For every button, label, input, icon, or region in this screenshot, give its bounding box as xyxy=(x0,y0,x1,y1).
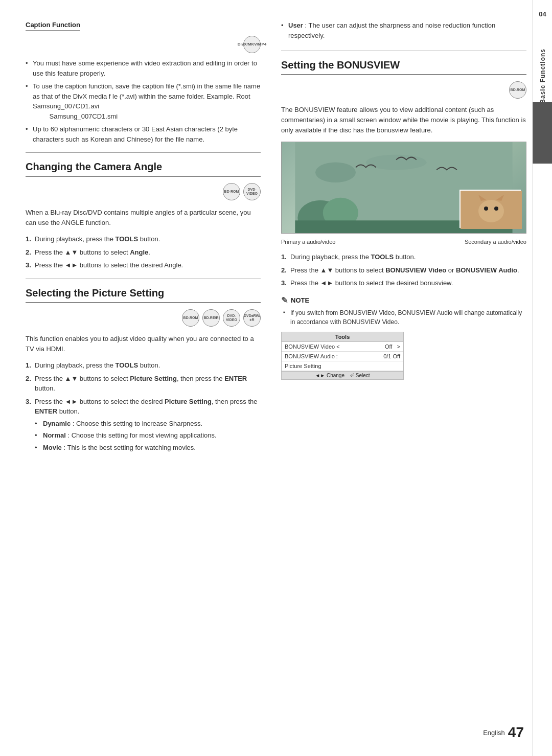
page-number: 47 xyxy=(508,724,524,741)
picture-setting-title: Selecting the Picture Setting xyxy=(26,287,261,303)
tools-table-row-2: BONUSVIEW Audio : 0/1 Off xyxy=(282,352,403,361)
svg-point-8 xyxy=(484,207,488,211)
language-label: English xyxy=(483,729,505,737)
chapter-title: Basic Functions xyxy=(539,49,546,104)
user-bold: User xyxy=(288,21,303,29)
camera-angle-steps: 1. During playback, press the TOOLS butt… xyxy=(26,234,261,270)
sub-bullet-normal: Normal : Choose this setting for most vi… xyxy=(35,430,261,441)
bonusview-step-3: 3. Press the ◄► buttons to select the de… xyxy=(281,278,526,288)
bonusview-secondary xyxy=(459,190,521,228)
picture-setting-step-2: 2. Press the ▲▼ buttons to select Pictur… xyxy=(26,374,261,394)
side-tab: 04 Basic Functions xyxy=(533,0,552,756)
svg-point-1 xyxy=(315,163,356,183)
tools-row1-label: BONUSVIEW Video < xyxy=(285,343,385,350)
bonusview-step-1: 1. During playback, press the TOOLS butt… xyxy=(281,252,526,262)
caption-bullet-2: To use the caption function, save the ca… xyxy=(26,81,261,121)
divider-1 xyxy=(26,152,261,153)
bdrom-icon-bonusview: BD-ROM xyxy=(509,81,526,99)
picture-setting-step-1: 1. During playback, press the TOOLS butt… xyxy=(26,360,261,371)
tools-row1-value: Off > xyxy=(385,343,400,350)
bonusview-step-2: 2. Press the ▲▼ buttons to select BONUSV… xyxy=(281,265,526,276)
tools-table: Tools BONUSVIEW Video < Off > BONUSVIEW … xyxy=(281,332,404,380)
camera-angle-step-1: 1. During playback, press the TOOLS butt… xyxy=(26,234,261,244)
bdrom-label-2: BD-ROM xyxy=(183,316,198,320)
bonusview-title: Setting the BONUSVIEW xyxy=(281,59,526,75)
bonusview-labels: Primary a audio/video Secondary a audio/… xyxy=(281,239,526,245)
divx-mkv-label: DivX/MKV/MP4 xyxy=(238,42,266,47)
caption-bullets: You must have some experience with video… xyxy=(26,58,261,144)
caption-function-section: Caption Function DivX/MKV/MP4 You must h… xyxy=(26,20,261,144)
picture-setting-subbullets: Dynamic : Choose this setting to increas… xyxy=(35,419,261,453)
bonusview-secondary-label: Secondary a audio/video xyxy=(465,239,526,245)
dvd-video-label-2: DVD-VIDEO xyxy=(223,314,240,322)
dvdrw-icon: DVD±RW/±R xyxy=(243,309,261,327)
caption-icon-row: DivX/MKV/MP4 xyxy=(26,36,261,53)
divider-3 xyxy=(281,51,526,51)
picture-setting-steps: 1. During playback, press the TOOLS butt… xyxy=(26,360,261,452)
picture-setting-section: Selecting the Picture Setting BD-ROM BD-… xyxy=(26,287,261,452)
bdrom-icon-2: BD-ROM xyxy=(182,309,199,327)
right-column: User : The user can adjust the sharpness… xyxy=(276,20,526,736)
note-text: If you switch from BONUSVIEW Video, BONU… xyxy=(281,308,526,327)
tools-row3-label: Picture Setting xyxy=(285,363,400,369)
main-content: Caption Function DivX/MKV/MP4 You must h… xyxy=(0,0,533,756)
divx-mkv-icon: DivX/MKV/MP4 xyxy=(243,36,261,53)
camera-angle-step-2: 2. Press the ▲▼ buttons to select Angle. xyxy=(26,247,261,258)
bdrom-label-1: BD-ROM xyxy=(224,190,239,194)
bonusview-intro: The BONUSVIEW feature allows you to view… xyxy=(281,105,526,135)
note-icon: ✎ xyxy=(281,295,288,305)
svg-point-2 xyxy=(366,155,427,170)
camera-angle-step-3: 3. Press the ◄► buttons to select the de… xyxy=(26,260,261,270)
divider-2 xyxy=(26,279,261,279)
bonusview-secondary-svg xyxy=(461,191,522,229)
picture-setting-intro: This function enables you to adjust vide… xyxy=(26,334,261,354)
dvd-video-label-1: DVD-VIDEO xyxy=(244,188,260,195)
picture-setting-step-3: 3. Press the ◄► buttons to select the de… xyxy=(26,397,261,453)
bonusview-steps: 1. During playback, press the TOOLS butt… xyxy=(281,252,526,288)
tools-row2-label: BONUSVIEW Audio : xyxy=(285,353,383,359)
camera-angle-intro: When a Blu-ray Disc/DVD contains multipl… xyxy=(26,208,261,228)
bonusview-section: Setting the BONUSVIEW BD-ROM The BONUSVI… xyxy=(281,59,526,380)
page-container: 04 Basic Functions Caption Function DivX… xyxy=(0,0,552,756)
user-desc: : The user can adjust the sharpness and … xyxy=(288,21,495,39)
user-note-list: User : The user can adjust the sharpness… xyxy=(281,20,526,40)
note-section: ✎ NOTE If you switch from BONUSVIEW Vide… xyxy=(281,295,526,327)
page-number-area: English 47 xyxy=(483,724,524,741)
camera-angle-icons: BD-ROM DVD-VIDEO xyxy=(26,183,261,200)
bdre-label: BD-RE/R xyxy=(203,316,218,320)
sub-bullet-movie: Movie : This is the best setting for wat… xyxy=(35,443,261,453)
dvd-video-icon-1: DVD-VIDEO xyxy=(243,183,261,200)
bonusview-image xyxy=(281,142,526,234)
note-header: ✎ NOTE xyxy=(281,295,526,305)
svg-point-7 xyxy=(478,200,504,222)
bdrom-icon-1: BD-ROM xyxy=(223,183,240,200)
chapter-number: 04 xyxy=(539,10,546,18)
tools-table-row-3: Picture Setting xyxy=(282,361,403,371)
side-tab-bar xyxy=(533,102,552,164)
tools-row2-value: 0/1 Off xyxy=(383,353,400,359)
tools-table-row-1: BONUSVIEW Video < Off > xyxy=(282,342,403,352)
bonusview-icon-row: BD-ROM xyxy=(281,81,526,99)
dvdrw-label: DVD±RW/±R xyxy=(244,314,260,322)
camera-angle-title: Changing the Camera Angle xyxy=(26,161,261,177)
caption-bullet-3: Up to 60 alphanumeric characters or 30 E… xyxy=(26,124,261,144)
tools-table-header: Tools xyxy=(282,332,403,342)
sub-bullet-dynamic: Dynamic : Choose this setting to increas… xyxy=(35,419,261,429)
caption-bullet-1: You must have some experience with video… xyxy=(26,58,261,78)
bonusview-primary-label: Primary a audio/video xyxy=(281,239,335,245)
svg-point-9 xyxy=(494,207,498,211)
left-column: Caption Function DivX/MKV/MP4 You must h… xyxy=(26,20,276,736)
note-label: NOTE xyxy=(291,296,309,304)
note-bullet-1: If you switch from BONUSVIEW Video, BONU… xyxy=(283,308,526,327)
bdrom-label-bonusview: BD-ROM xyxy=(511,88,525,92)
bdre-icon: BD-RE/R xyxy=(202,309,220,327)
picture-setting-icons: BD-ROM BD-RE/R DVD-VIDEO DVD±RW/±R xyxy=(26,309,261,327)
camera-angle-icon-row: BD-ROM DVD-VIDEO xyxy=(26,183,261,200)
camera-angle-section: Changing the Camera Angle BD-ROM DVD-VID… xyxy=(26,161,261,270)
dvd-video-icon-2: DVD-VIDEO xyxy=(223,309,240,327)
caption-function-title: Caption Function xyxy=(26,21,80,31)
tools-table-footer: ◄► Change ⏎ Select xyxy=(282,371,403,379)
user-note-item: User : The user can adjust the sharpness… xyxy=(281,20,526,40)
